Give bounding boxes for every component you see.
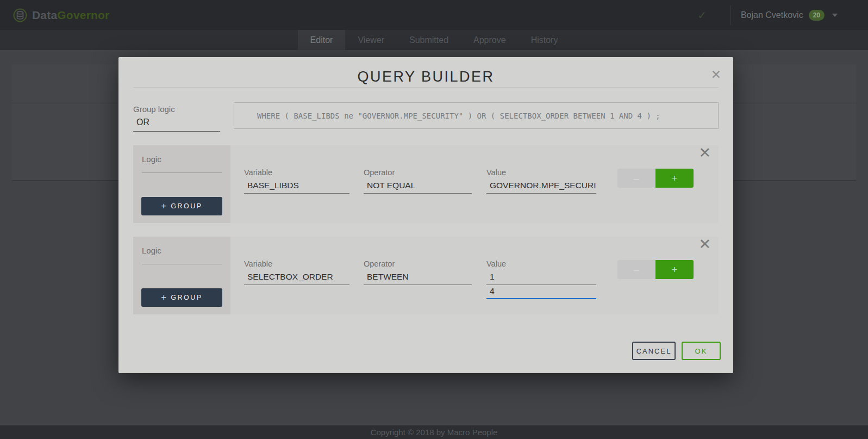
remove-condition-icon[interactable]: ✕: [698, 237, 711, 252]
add-group-button[interactable]: + GROUP: [141, 197, 222, 215]
plus-icon: +: [671, 172, 677, 184]
add-value-button[interactable]: +: [655, 260, 694, 279]
logic-input[interactable]: [142, 163, 222, 173]
modal-close-icon[interactable]: ✕: [711, 69, 721, 81]
modal-title: QUERY BUILDER: [118, 69, 733, 85]
plus-icon: +: [161, 292, 166, 303]
group-logic-label: Group logic: [133, 104, 220, 114]
variable-input[interactable]: BASE_LIBDS: [244, 180, 349, 194]
cancel-button[interactable]: CANCEL: [632, 342, 676, 360]
value-label: Value: [486, 168, 596, 178]
variable-input[interactable]: SELECTBOX_ORDER: [244, 271, 349, 285]
tab-history[interactable]: History: [519, 30, 571, 50]
operator-input[interactable]: BETWEEN: [364, 271, 472, 285]
chevron-down-icon[interactable]: [832, 14, 838, 17]
check-icon[interactable]: ✓: [697, 9, 707, 22]
value-input-from[interactable]: 1: [486, 271, 596, 285]
query-preview-box: WHERE ( BASE_LIBDS ne "GOVERNOR.MPE_SECU…: [234, 102, 719, 129]
user-name[interactable]: Bojan Cvetkovic: [741, 10, 803, 20]
value-field: Value GOVERNOR.MPE_SECURITY: [486, 168, 596, 194]
condition-row: Logic + GROUP Variable SELECTBOX_ORDER O…: [133, 237, 719, 314]
brand-name-primary: Data: [32, 9, 57, 21]
group-button-label: GROUP: [171, 294, 202, 301]
database-logo-icon: [13, 8, 27, 22]
remove-value-button[interactable]: –: [617, 260, 655, 279]
operator-field: Operator NOT EQUAL: [364, 168, 472, 194]
add-value-button[interactable]: +: [655, 169, 694, 188]
tab-bar: Editor Viewer Submitted Approve History: [0, 30, 868, 50]
tab-approve[interactable]: Approve: [461, 30, 519, 50]
value-label: Value: [486, 259, 596, 269]
modal-title-divider: [133, 87, 719, 88]
operator-input[interactable]: NOT EQUAL: [364, 180, 472, 194]
page-footer: Copyright © 2018 by Macro People: [0, 425, 868, 439]
brand-logo[interactable]: DataGovernor: [13, 8, 109, 22]
operator-label: Operator: [364, 168, 472, 178]
operator-label: Operator: [364, 259, 472, 269]
value-input-to[interactable]: 4: [486, 285, 596, 299]
plus-icon: +: [671, 264, 677, 276]
group-logic-input[interactable]: OR: [133, 115, 220, 132]
header-right-cluster: ✓ Bojan Cvetkovic 20: [697, 5, 854, 25]
value-input[interactable]: GOVERNOR.MPE_SECURITY: [486, 180, 596, 194]
top-navbar: DataGovernor ✓ Bojan Cvetkovic 20: [0, 0, 868, 30]
logic-input[interactable]: [142, 254, 222, 264]
logic-panel: Logic + GROUP: [133, 145, 230, 223]
app-root: DataGovernor ✓ Bojan Cvetkovic 20 Editor…: [0, 0, 868, 439]
notification-count-badge[interactable]: 20: [809, 10, 825, 21]
query-builder-modal: QUERY BUILDER ✕ Group logic OR WHERE ( B…: [118, 57, 733, 373]
value-count-stepper: – +: [617, 260, 694, 279]
brand-name-secondary: Governor: [57, 9, 109, 21]
tab-editor[interactable]: Editor: [298, 30, 346, 50]
ok-button[interactable]: OK: [682, 342, 721, 360]
tab-submitted[interactable]: Submitted: [397, 30, 461, 50]
value-count-stepper: – +: [617, 169, 694, 188]
variable-label: Variable: [244, 168, 349, 178]
tab-viewer[interactable]: Viewer: [345, 30, 397, 50]
operator-field: Operator BETWEEN: [364, 259, 472, 285]
copyright-text: Copyright © 2018 by Macro People: [371, 428, 498, 437]
minus-icon: –: [634, 264, 640, 276]
variable-field: Variable SELECTBOX_ORDER: [244, 259, 349, 285]
logic-panel: Logic + GROUP: [133, 237, 230, 314]
condition-row: Logic + GROUP Variable BASE_LIBDS Operat…: [133, 145, 719, 223]
add-group-button[interactable]: + GROUP: [141, 288, 222, 307]
variable-label: Variable: [244, 259, 349, 269]
value-field: Value 1 4: [486, 259, 596, 299]
plus-icon: +: [161, 201, 166, 212]
group-button-label: GROUP: [171, 202, 202, 210]
remove-value-button[interactable]: –: [617, 169, 655, 188]
minus-icon: –: [634, 172, 640, 184]
brand-name: DataGovernor: [32, 9, 109, 22]
header-divider: [730, 5, 731, 25]
remove-condition-icon[interactable]: ✕: [698, 146, 711, 160]
variable-field: Variable BASE_LIBDS: [244, 168, 349, 194]
group-logic-field: Group logic OR: [133, 104, 220, 132]
